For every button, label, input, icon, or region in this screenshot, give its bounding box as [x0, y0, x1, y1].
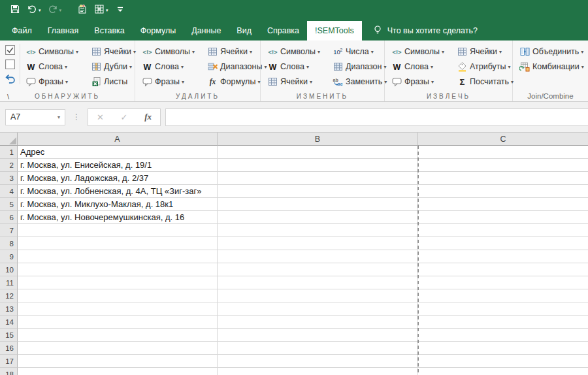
row-header-2[interactable]: 2	[0, 159, 18, 172]
formula-input[interactable]	[165, 108, 588, 126]
extract-symbols-button[interactable]: <!>Символы▾	[389, 44, 455, 59]
row-header-7[interactable]: 7	[0, 224, 18, 237]
row-header-8[interactable]: 8	[0, 237, 18, 250]
change-words-button[interactable]: WСлова▾	[265, 59, 331, 74]
cell-B9[interactable]	[218, 250, 418, 263]
cell-C17[interactable]	[418, 355, 588, 368]
tab-formulas[interactable]: Формулы	[133, 21, 184, 41]
cell-C12[interactable]	[418, 289, 588, 302]
enter-button[interactable]: ✓	[121, 112, 128, 122]
name-box[interactable]: A7 ▾	[5, 109, 65, 125]
cell-B2[interactable]	[218, 159, 418, 172]
cell-A5[interactable]: г. Москва, ул. Миклухо-Маклая, д. 18к1	[18, 198, 218, 211]
cell-B12[interactable]	[218, 289, 418, 302]
checkbox-empty-button[interactable]	[5, 59, 16, 70]
cell-B7[interactable]	[218, 224, 418, 237]
cell-B18[interactable]	[218, 368, 418, 375]
tab-home[interactable]: Главная	[40, 21, 87, 41]
change-range-button[interactable]: Диапазон▾	[331, 59, 389, 74]
cell-C1[interactable]	[418, 146, 588, 159]
row-header-16[interactable]: 16	[0, 342, 18, 355]
detect-cells-button[interactable]: Ячейки▾	[89, 44, 138, 59]
cell-A1[interactable]: Адрес	[18, 146, 218, 159]
cell-C10[interactable]	[418, 263, 588, 276]
cell-C7[interactable]	[418, 224, 588, 237]
tab-insert[interactable]: Вставка	[86, 21, 132, 41]
extract-words-button[interactable]: WСлова▾	[389, 59, 455, 74]
cell-C18[interactable]	[418, 368, 588, 375]
cell-B17[interactable]	[218, 355, 418, 368]
cell-C9[interactable]	[418, 250, 588, 263]
cell-A14[interactable]	[18, 316, 218, 329]
cell-C11[interactable]	[418, 276, 588, 289]
join-combinations-button[interactable]: Комбинации▾	[517, 59, 586, 74]
cell-B5[interactable]	[218, 198, 418, 211]
qat-table-button[interactable]: ▾	[91, 2, 112, 19]
delete-symbols-button[interactable]: <!>Символы▾	[140, 44, 205, 59]
tab-file[interactable]: Файл	[4, 21, 40, 41]
cell-A7[interactable]	[18, 224, 218, 237]
tell-me-box[interactable]: Что вы хотите сделать?	[363, 21, 487, 41]
cell-A16[interactable]	[18, 342, 218, 355]
extract-attributes-button[interactable]: Атрибуты▾	[455, 59, 515, 74]
cell-B15[interactable]	[218, 329, 418, 342]
cell-C14[interactable]	[418, 316, 588, 329]
cell-A6[interactable]: г. Москва, ул. Новочеремушкинская, д. 16	[18, 211, 218, 224]
insert-function-button[interactable]: fx	[144, 112, 152, 122]
customize-qat-button[interactable]	[112, 2, 129, 19]
row-header-17[interactable]: 17	[0, 355, 18, 368]
cell-C15[interactable]	[418, 329, 588, 342]
row-header-15[interactable]: 15	[0, 329, 18, 342]
cell-C16[interactable]	[418, 342, 588, 355]
undo-button[interactable]: ▾	[24, 2, 44, 19]
cell-A4[interactable]: г. Москва, ул. Лобненская, д. 4А, ТЦ «Зи…	[18, 185, 218, 198]
drag-handle-icon[interactable]: ⋮	[73, 112, 80, 122]
qat-notebook-button[interactable]	[74, 2, 91, 19]
cell-C3[interactable]	[418, 172, 588, 185]
cell-C2[interactable]	[418, 159, 588, 172]
row-header-11[interactable]: 11	[0, 276, 18, 289]
delete-words-button[interactable]: WСлова▾	[140, 59, 205, 74]
change-symbols-button[interactable]: <!>Символы▾	[265, 44, 331, 59]
delete-cells-button[interactable]: Ячейки▾	[205, 44, 269, 59]
cell-B13[interactable]	[218, 302, 418, 316]
row-header-3[interactable]: 3	[0, 172, 18, 185]
cell-C8[interactable]	[418, 237, 588, 250]
delete-formulas-button[interactable]: fxФормулы▾	[205, 74, 269, 89]
row-header-12[interactable]: 12	[0, 289, 18, 302]
row-header-6[interactable]: 6	[0, 211, 18, 224]
cell-B3[interactable]	[218, 172, 418, 185]
tab-view[interactable]: Вид	[229, 21, 259, 41]
column-header-A[interactable]: A	[18, 133, 218, 146]
row-header-9[interactable]: 9	[0, 250, 18, 263]
tab-data[interactable]: Данные	[184, 21, 229, 41]
cell-A18[interactable]	[18, 368, 218, 375]
delete-phrases-button[interactable]: Фразы▾	[140, 74, 205, 89]
join-merge-button[interactable]: Объединить▾	[517, 44, 586, 59]
extract-cells-button[interactable]: Ячейки▾	[455, 44, 515, 59]
tab-semtools[interactable]: !SEMTools	[307, 21, 362, 41]
cell-B8[interactable]	[218, 237, 418, 250]
cell-B1[interactable]	[218, 146, 418, 159]
cell-A9[interactable]	[18, 250, 218, 263]
cell-B11[interactable]	[218, 276, 418, 289]
detect-words-button[interactable]: WСлова▾	[24, 59, 89, 74]
checkbox-checked-button[interactable]	[5, 44, 16, 56]
extract-phrases-button[interactable]: Фразы▾	[389, 74, 455, 89]
cell-C5[interactable]	[418, 198, 588, 211]
cell-A13[interactable]	[18, 302, 218, 316]
row-header-1[interactable]: 1	[0, 146, 18, 159]
detect-duplicates-button[interactable]: Дубли▾	[89, 59, 138, 74]
cell-B10[interactable]	[218, 263, 418, 276]
cell-A17[interactable]	[18, 355, 218, 368]
column-header-C[interactable]: C	[418, 133, 588, 146]
cell-A15[interactable]	[18, 329, 218, 342]
cell-B6[interactable]	[218, 211, 418, 224]
row-header-13[interactable]: 13	[0, 302, 18, 316]
cell-A3[interactable]: г. Москва, ул. Ладожская, д. 2/37	[18, 172, 218, 185]
detect-symbols-button[interactable]: <!>Символы▾	[24, 44, 89, 59]
delete-ranges-button[interactable]: Диапазоны▾	[205, 59, 269, 74]
row-header-5[interactable]: 5	[0, 198, 18, 211]
save-button[interactable]	[7, 2, 24, 19]
cell-C4[interactable]	[418, 185, 588, 198]
